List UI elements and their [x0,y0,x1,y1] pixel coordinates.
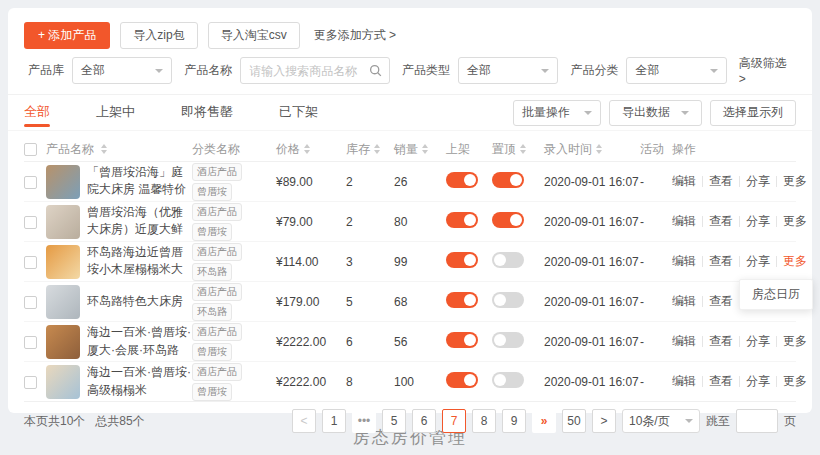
edit-link[interactable]: 编辑 [672,333,696,350]
top-pin-toggle[interactable] [492,212,524,228]
row-actions: 编辑查看分享更多 [672,213,807,230]
search-icon[interactable] [369,64,382,80]
next-page-button[interactable]: > [592,409,616,433]
row-checkbox[interactable] [24,216,37,229]
top-pin-toggle[interactable] [492,372,524,388]
category-select-value: 全部 [635,62,659,79]
export-data-button[interactable]: 导出数据 [609,100,702,126]
page-number-button[interactable]: 6 [412,409,436,433]
tab[interactable]: 即将售罄 [181,95,233,131]
column-header-label: 价格 [276,141,300,158]
page-number-button[interactable]: 1 [322,409,346,433]
share-link[interactable]: 分享 [746,373,770,390]
more-add-methods-link[interactable]: 更多添加方式 > [314,27,396,44]
on-sale-toggle[interactable] [446,372,478,388]
column-header[interactable]: 库存 [346,141,394,158]
activity-cell: - [640,375,672,389]
edit-link[interactable]: 编辑 [672,253,696,270]
product-thumbnail [46,365,80,399]
more-link[interactable]: 更多 [783,373,807,390]
on-sale-toggle[interactable] [446,212,478,228]
tab[interactable]: 全部 [24,95,50,131]
import-zip-button[interactable]: 导入zip包 [120,22,197,49]
activity-cell: - [640,175,672,189]
column-header[interactable]: 置顶 [492,141,544,158]
select-all-checkbox[interactable] [24,143,37,156]
page-size-value: 10条/页 [629,413,670,430]
page-number-button[interactable]: 8 [472,409,496,433]
view-link[interactable]: 查看 [709,373,733,390]
row-checkbox[interactable] [24,176,37,189]
toolbar: + 添加产品 导入zip包 导入淘宝csv 更多添加方式 > [24,22,796,48]
share-link[interactable]: 分享 [746,173,770,190]
view-link[interactable]: 查看 [709,293,733,310]
view-link[interactable]: 查看 [709,173,733,190]
price-cell: ¥2222.00 [276,375,346,389]
column-header[interactable]: 产品名称 [46,141,192,158]
column-header-label: 置顶 [492,141,516,158]
tab[interactable]: 已下架 [279,95,318,131]
edit-link[interactable]: 编辑 [672,213,696,230]
page-number-button[interactable]: 9 [502,409,526,433]
jump-page-suffix: 页 [784,413,796,430]
top-pin-toggle[interactable] [492,252,524,268]
choose-columns-button[interactable]: 选择显示列 [710,100,796,126]
library-select[interactable]: 全部 [72,57,172,84]
batch-actions-select[interactable]: 批量操作 [513,100,601,126]
edit-link[interactable]: 编辑 [672,173,696,190]
row-checkbox[interactable] [24,296,37,309]
column-header[interactable]: 销量 [394,141,446,158]
jump-to-page-input[interactable] [736,409,778,433]
share-link[interactable]: 分享 [746,213,770,230]
view-link[interactable]: 查看 [709,253,733,270]
on-sale-toggle[interactable] [446,292,478,308]
sort-icon[interactable] [520,144,526,154]
category-select[interactable]: 全部 [626,57,726,84]
edit-link[interactable]: 编辑 [672,293,696,310]
product-thumbnail [46,285,80,319]
view-link[interactable]: 查看 [709,213,733,230]
on-sale-toggle[interactable] [446,172,478,188]
tab[interactable]: 上架中 [96,95,135,131]
column-header[interactable]: 录入时间 [544,141,640,158]
top-pin-toggle[interactable] [492,172,524,188]
row-checkbox[interactable] [24,336,37,349]
sort-icon[interactable] [422,144,428,154]
share-link[interactable]: 分享 [746,253,770,270]
more-link[interactable]: 更多 [783,173,807,190]
row-checkbox[interactable] [24,256,37,269]
share-link[interactable]: 分享 [746,333,770,350]
more-link[interactable]: 更多 [783,253,807,270]
jump-next-pages-button[interactable]: » [532,409,556,433]
prev-page-button[interactable]: < [292,409,316,433]
product-name-input[interactable] [249,64,363,78]
table-actions: 批量操作 导出数据 选择显示列 [513,100,796,126]
export-data-label: 导出数据 [622,104,670,121]
page-number-button[interactable]: 5 [382,409,406,433]
entry-time-cell: 2020-09-01 16:07 [544,335,640,349]
library-filter-label: 产品库 [28,62,64,79]
import-taobao-csv-button[interactable]: 导入淘宝csv [208,22,300,49]
sort-icon[interactable] [374,144,380,154]
add-product-button[interactable]: + 添加产品 [24,22,110,49]
sort-icon[interactable] [304,144,310,154]
advanced-filter-link[interactable]: 高级筛选 > [739,55,796,86]
view-link[interactable]: 查看 [709,333,733,350]
room-calendar-menu-item[interactable]: 房态日历 [739,279,813,310]
top-pin-toggle[interactable] [492,332,524,348]
column-header[interactable]: 价格 [276,141,346,158]
edit-link[interactable]: 编辑 [672,373,696,390]
sort-icon[interactable] [101,144,107,154]
entry-time-cell: 2020-09-01 16:07 [544,295,640,309]
page-size-select[interactable]: 10条/页 [622,409,700,433]
top-pin-toggle[interactable] [492,292,524,308]
page-number-button[interactable]: 50 [562,409,586,433]
page-number-button[interactable]: 7 [442,409,466,433]
on-sale-toggle[interactable] [446,332,478,348]
more-link[interactable]: 更多 [783,333,807,350]
sort-icon[interactable] [596,144,602,154]
type-select[interactable]: 全部 [458,57,558,84]
on-sale-toggle[interactable] [446,252,478,268]
more-link[interactable]: 更多 [783,213,807,230]
row-checkbox[interactable] [24,376,37,389]
